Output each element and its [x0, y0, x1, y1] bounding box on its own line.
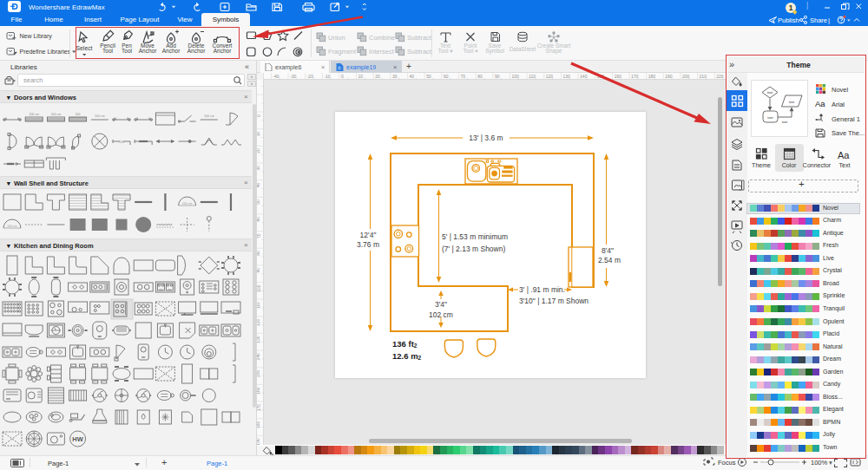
svg-text:Aa: Aa	[838, 150, 850, 160]
